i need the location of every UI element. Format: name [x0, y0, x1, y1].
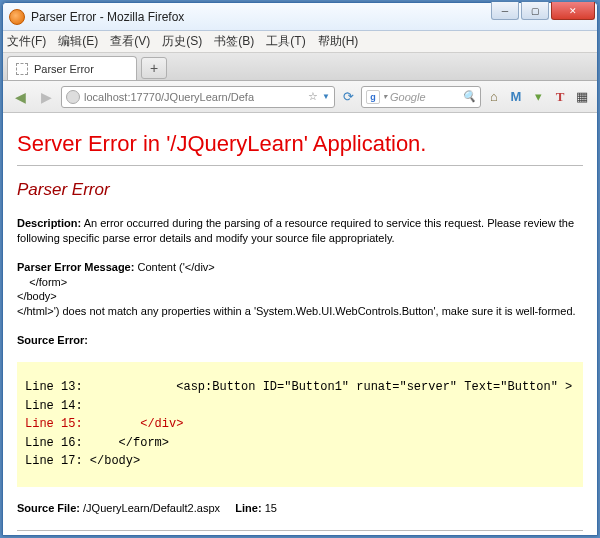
- ext-grid-icon[interactable]: ▦: [573, 88, 591, 106]
- parser-message-label: Parser Error Message:: [17, 261, 134, 273]
- description-block: Description: An error occurred during th…: [17, 216, 583, 246]
- src-line-15: Line 15: </div>: [25, 417, 183, 431]
- menu-edit[interactable]: 编辑(E): [58, 33, 98, 50]
- divider: [17, 165, 583, 166]
- divider-bottom: [17, 530, 583, 531]
- firefox-icon: [9, 9, 25, 25]
- menubar: 文件(F) 编辑(E) 查看(V) 历史(S) 书签(B) 工具(T) 帮助(H…: [3, 31, 597, 53]
- source-file-text: /JQueryLearn/Default2.aspx: [83, 502, 220, 514]
- tab-label: Parser Error: [34, 63, 94, 75]
- search-box[interactable]: g ▾ Google 🔍: [361, 86, 481, 108]
- menu-tools[interactable]: 工具(T): [266, 33, 305, 50]
- minimize-button[interactable]: ─: [491, 2, 519, 20]
- src-line-14: Line 14:: [25, 399, 83, 413]
- src-line-17: Line 17: </body>: [25, 454, 140, 468]
- description-text: An error occurred during the parsing of …: [17, 217, 574, 244]
- back-button[interactable]: ◀: [9, 86, 31, 108]
- globe-icon: [66, 90, 80, 104]
- url-box[interactable]: localhost:17770/JQueryLearn/Defa ☆ ▼: [61, 86, 335, 108]
- error-title: Server Error in '/JQueryLearn' Applicati…: [17, 131, 583, 157]
- tab-parser-error[interactable]: Parser Error: [7, 56, 137, 80]
- page-content: Server Error in '/JQueryLearn' Applicati…: [3, 113, 597, 535]
- url-text: localhost:17770/JQueryLearn/Defa: [84, 91, 254, 103]
- description-label: Description:: [17, 217, 81, 229]
- forward-button[interactable]: ▶: [35, 86, 57, 108]
- menu-view[interactable]: 查看(V): [110, 33, 150, 50]
- source-file-block: Source File: /JQueryLearn/Default2.aspx …: [17, 501, 583, 516]
- source-error-box: Line 13: <asp:Button ID="Button1" runat=…: [17, 362, 583, 487]
- url-dropdown-icon[interactable]: ▼: [322, 92, 330, 101]
- tabbar: Parser Error +: [3, 53, 597, 81]
- error-subtitle: Parser Error: [17, 180, 583, 200]
- window-buttons: ─ ▢ ✕: [491, 2, 595, 20]
- parser-message-block: Parser Error Message: Content ('</div> <…: [17, 260, 583, 319]
- menu-help[interactable]: 帮助(H): [318, 33, 359, 50]
- search-placeholder: Google: [390, 91, 425, 103]
- line-num: 15: [265, 502, 277, 514]
- close-button[interactable]: ✕: [551, 2, 595, 20]
- src-line-13: Line 13: <asp:Button ID="Button1" runat=…: [25, 380, 572, 394]
- source-error-label-block: Source Error:: [17, 333, 583, 348]
- menu-history[interactable]: 历史(S): [162, 33, 202, 50]
- source-file-label: Source File:: [17, 502, 80, 514]
- tab-favicon-icon: [16, 63, 28, 75]
- browser-window: Parser Error - Mozilla Firefox ─ ▢ ✕ 文件(…: [2, 2, 598, 536]
- maximize-button[interactable]: ▢: [521, 2, 549, 20]
- line-label: Line:: [235, 502, 261, 514]
- google-icon: g: [366, 90, 380, 104]
- new-tab-button[interactable]: +: [141, 57, 167, 79]
- source-error-label: Source Error:: [17, 334, 88, 346]
- ext-down-icon[interactable]: ▾: [529, 88, 547, 106]
- src-line-16: Line 16: </form>: [25, 436, 169, 450]
- home-button[interactable]: ⌂: [485, 88, 503, 106]
- ext-t-icon[interactable]: T: [551, 88, 569, 106]
- reload-button[interactable]: ⟳: [339, 88, 357, 106]
- navbar: ◀ ▶ localhost:17770/JQueryLearn/Defa ☆ ▼…: [3, 81, 597, 113]
- ext-m-icon[interactable]: M: [507, 88, 525, 106]
- titlebar: Parser Error - Mozilla Firefox ─ ▢ ✕: [3, 3, 597, 31]
- rss-icon[interactable]: ☆: [308, 90, 318, 103]
- menu-file[interactable]: 文件(F): [7, 33, 46, 50]
- window-title: Parser Error - Mozilla Firefox: [31, 10, 184, 24]
- menu-bookmarks[interactable]: 书签(B): [214, 33, 254, 50]
